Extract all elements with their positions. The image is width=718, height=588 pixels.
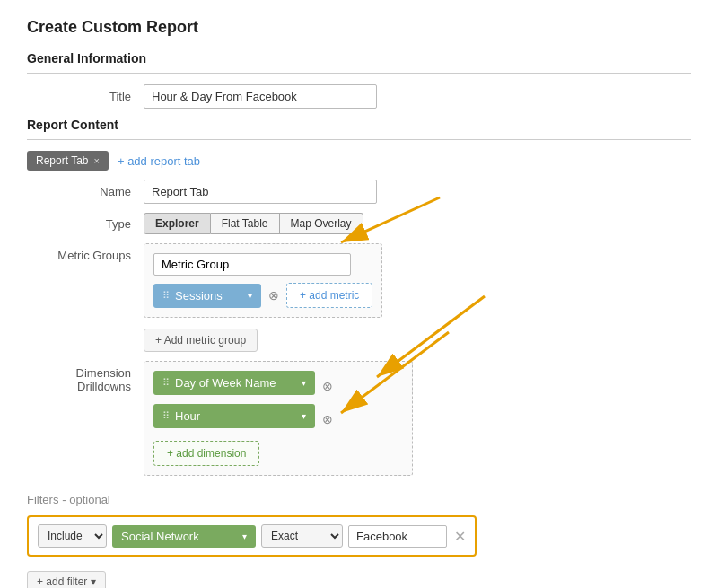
title-input[interactable] (144, 84, 377, 109)
report-tab-name: Report Tab (36, 154, 88, 167)
dimension2-dropdown-icon[interactable]: ▾ (302, 411, 306, 421)
add-dimension-button[interactable]: + add dimension (153, 441, 259, 466)
sessions-metric-pill[interactable]: ⠿ Sessions ▾ (153, 284, 261, 308)
sessions-close-icon[interactable]: ⊗ (268, 288, 279, 303)
report-tab-pill[interactable]: Report Tab × (27, 151, 109, 171)
dimension2-drag-handle-icon: ⠿ (162, 410, 170, 422)
type-explorer-button[interactable]: Explorer (144, 213, 211, 234)
dimension1-row: ⠿ Day of Week Name ▾ ⊗ (153, 371, 403, 400)
dimension1-dropdown-icon[interactable]: ▾ (302, 378, 306, 388)
filter-row-container: Include Exclude Social Network ▾ Exact C… (27, 515, 691, 564)
report-content-divider (27, 139, 691, 140)
sessions-label: Sessions (175, 289, 223, 303)
add-metric-group-button[interactable]: + Add metric group (144, 329, 258, 352)
filter-row: Include Exclude Social Network ▾ Exact C… (27, 515, 477, 557)
dimension-drilldowns-row: Dimension Drilldowns ⠿ Day of Week Name … (27, 361, 691, 476)
title-label: Title (27, 90, 144, 103)
type-flat-table-button[interactable]: Flat Table (211, 213, 280, 234)
filter-clear-icon[interactable]: ✕ (454, 528, 466, 545)
filters-optional-label: - optional (62, 493, 109, 506)
metric-groups-label: Metric Groups (27, 243, 144, 262)
report-tab-close-icon[interactable]: × (93, 155, 99, 166)
type-map-overlay-button[interactable]: Map Overlay (280, 213, 363, 234)
tab-name-row: Name (27, 180, 691, 204)
report-tab-bar: Report Tab × + add report tab (27, 151, 691, 171)
add-dimension-area: + add dimension (153, 437, 403, 466)
add-filter-button[interactable]: + add filter ▾ (27, 571, 106, 588)
add-filter-dropdown-icon[interactable]: ▾ (91, 575, 96, 588)
dimension-drilldowns-area: ⠿ Day of Week Name ▾ ⊗ ⠿ Hour ▾ ⊗ + add … (144, 361, 413, 476)
metric-row: ⠿ Sessions ▾ ⊗ + add metric (153, 283, 372, 308)
metric-group-box: ⠿ Sessions ▾ ⊗ + add metric (144, 243, 382, 318)
dimension2-label: Hour (175, 409, 200, 423)
type-row: Type Explorer Flat Table Map Overlay (27, 213, 691, 234)
report-content-title: Report Content (27, 118, 691, 132)
dimension1-drag-handle-icon: ⠿ (162, 377, 170, 389)
type-button-group: Explorer Flat Table Map Overlay (144, 213, 363, 234)
add-report-tab-button[interactable]: + add report tab (118, 154, 200, 168)
general-divider (27, 73, 691, 74)
sessions-drag-handle-icon: ⠿ (162, 290, 170, 302)
dimension2-row: ⠿ Hour ▾ ⊗ (153, 404, 403, 434)
general-info-title: General Information (27, 51, 691, 66)
filter-exact-select[interactable]: Exact Contains Starts with (261, 524, 343, 548)
social-network-dropdown-icon[interactable]: ▾ (242, 531, 247, 541)
sessions-dropdown-icon[interactable]: ▾ (248, 291, 252, 301)
title-row: Title (27, 84, 691, 109)
page-title: Create Custom Report (27, 18, 691, 37)
report-content-section: Report Content Report Tab × + add report… (27, 118, 691, 476)
filters-section: Filters - optional Include Exclude Socia… (27, 492, 691, 588)
hour-pill[interactable]: ⠿ Hour ▾ (153, 404, 315, 428)
day-of-week-pill[interactable]: ⠿ Day of Week Name ▾ (153, 371, 315, 395)
dimension-drilldowns-box: ⠿ Day of Week Name ▾ ⊗ ⠿ Hour ▾ ⊗ + add … (144, 361, 413, 476)
add-filter-row: + add filter ▾ (27, 571, 691, 588)
dimension-drilldowns-label: Dimension Drilldowns (27, 361, 144, 393)
metric-group-name-input[interactable] (153, 253, 351, 276)
add-metric-button[interactable]: + add metric (286, 283, 372, 308)
dimension1-close-icon[interactable]: ⊗ (322, 379, 333, 393)
dimension1-label: Day of Week Name (175, 376, 276, 390)
tab-name-input[interactable] (144, 180, 377, 204)
tab-name-label: Name (27, 185, 144, 198)
metric-groups-row: Metric Groups ⠿ Sessions ▾ ⊗ + add metri… (27, 243, 691, 352)
add-filter-label: + add filter (37, 575, 87, 588)
filter-value-input[interactable] (348, 525, 447, 548)
filters-label: Filters (27, 493, 58, 506)
filter-include-select[interactable]: Include Exclude (38, 524, 107, 548)
social-network-filter-label: Social Network (121, 530, 199, 543)
type-label: Type (27, 217, 144, 231)
dimension2-close-icon[interactable]: ⊗ (322, 412, 333, 426)
social-network-filter-pill[interactable]: Social Network ▾ (112, 525, 256, 548)
filters-title: Filters - optional (27, 492, 691, 506)
metric-groups-area: ⠿ Sessions ▾ ⊗ + add metric + Add metric… (144, 243, 382, 352)
